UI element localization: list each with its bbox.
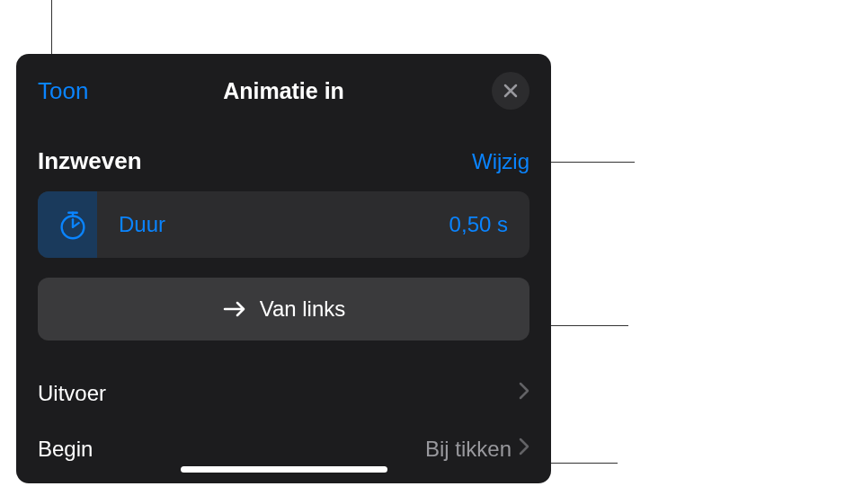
panel-header: Toon Animatie in [16, 54, 551, 135]
arrow-right-icon [222, 299, 247, 319]
back-button[interactable]: Toon [38, 77, 88, 105]
chevron-right-icon [519, 438, 529, 461]
direction-label: Van links [260, 296, 346, 322]
duration-value: 0,50 s [449, 212, 508, 237]
callout-line-right-2 [543, 325, 628, 326]
callout-line-top [51, 0, 52, 54]
section-header: Inzweven Wijzig [16, 135, 551, 191]
direction-button[interactable]: Van links [38, 278, 529, 340]
edit-button[interactable]: Wijzig [472, 149, 529, 174]
chevron-right-icon [519, 382, 529, 405]
animation-name: Inzweven [38, 147, 142, 175]
callout-line-right-1 [549, 162, 635, 163]
animation-panel: Toon Animatie in Inzweven Wijzig Duur 0,… [16, 54, 551, 483]
home-indicator[interactable] [181, 466, 387, 473]
close-icon [503, 83, 519, 99]
duration-slider[interactable]: Duur 0,50 s [38, 191, 529, 258]
close-button[interactable] [492, 72, 529, 110]
duration-label: Duur [119, 212, 165, 237]
uitvoer-label: Uitvoer [38, 381, 106, 406]
begin-value: Bij tikken [425, 437, 512, 462]
begin-label: Begin [38, 437, 93, 462]
panel-title: Animatie in [223, 78, 344, 104]
uitvoer-row[interactable]: Uitvoer [16, 366, 551, 421]
timer-icon [56, 208, 90, 242]
